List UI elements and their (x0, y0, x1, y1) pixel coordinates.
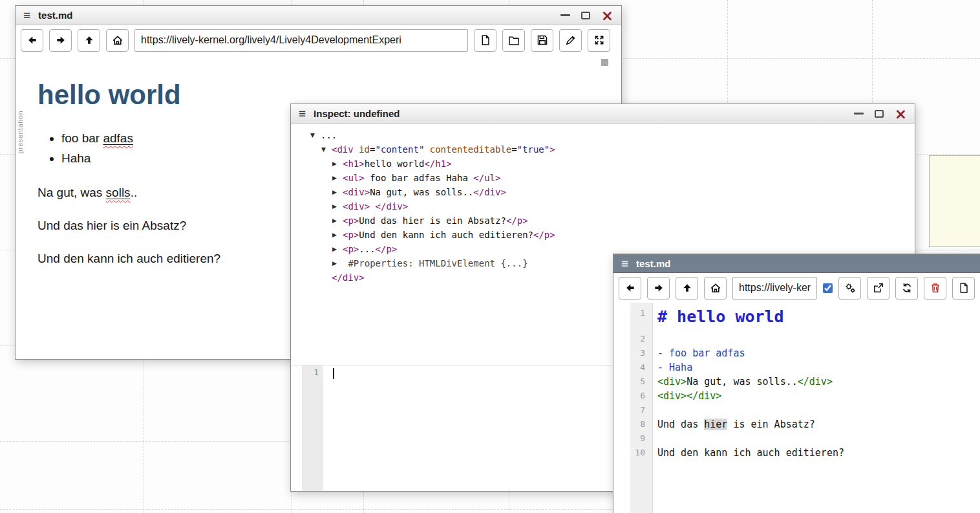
markdown-source-editor[interactable]: 1# hello world23- foo bar adfas4- Haha5<… (613, 303, 980, 513)
back-arrow-icon (27, 34, 38, 46)
menu-icon[interactable]: ≡ (23, 9, 30, 21)
token-plain: = (511, 144, 517, 155)
url-input[interactable] (134, 29, 468, 52)
disclosure-triangle-icon[interactable]: ▶ (332, 171, 343, 185)
home-button[interactable] (106, 29, 129, 52)
close-button[interactable]: × (895, 109, 907, 119)
line-content[interactable]: # hello world (653, 306, 784, 330)
token-tag: </div> (473, 187, 506, 197)
editor-line[interactable]: 8Und das hier is ein Absatz? (613, 417, 980, 431)
editor-line[interactable]: 2 (613, 332, 980, 346)
minimize-button[interactable] (560, 14, 570, 16)
expand-button[interactable] (588, 29, 610, 52)
settings-button[interactable] (838, 277, 861, 300)
tree-node[interactable]: ▼<div id="content" contenteditable="true… (310, 142, 908, 157)
token-attr: contenteditable (430, 144, 511, 155)
editor-line[interactable]: 1# hello world (613, 306, 980, 332)
disclosure-triangle-icon[interactable]: ▶ (332, 228, 343, 242)
disclosure-triangle-icon[interactable]: ▶ (332, 157, 343, 171)
token-tag: <div> (343, 201, 370, 212)
disclosure-triangle-icon[interactable]: ▶ (332, 256, 343, 270)
forward-button[interactable] (49, 29, 72, 52)
misspelled-word: solls (106, 186, 131, 199)
token-tag: </ul> (473, 173, 500, 183)
token-tag: <ul> (343, 173, 365, 183)
forward-arrow-icon (653, 282, 665, 294)
line-content[interactable]: <div>Na gut, was solls..</div> (653, 375, 833, 389)
tree-node[interactable]: ▼... (310, 128, 908, 142)
maximize-button[interactable] (875, 110, 884, 118)
line-content[interactable]: - Haha (653, 360, 692, 375)
presentation-label: presentation (16, 111, 24, 154)
up-button[interactable] (676, 277, 698, 300)
token-tag: </p> (506, 215, 528, 226)
back-button[interactable] (619, 277, 641, 300)
forward-button[interactable] (647, 277, 670, 300)
back-button[interactable] (21, 29, 43, 52)
gears-icon (844, 282, 856, 294)
page-icon (480, 34, 491, 46)
disclosure-triangle-icon[interactable]: ▶ (332, 242, 343, 256)
edit-button[interactable] (559, 29, 582, 52)
home-button[interactable] (704, 277, 727, 300)
desktop: ≡ test.md × presentation hello world fo (0, 0, 980, 513)
menu-icon[interactable]: ≡ (299, 107, 306, 120)
window-buttons: × (854, 109, 907, 119)
line-content[interactable]: Und das hier is ein Absatz? (653, 417, 815, 431)
token-plain: is ein Absatz? (727, 419, 815, 430)
refresh-button[interactable] (895, 277, 918, 300)
disclosure-triangle-icon[interactable]: ▼ (321, 142, 332, 157)
editor-line[interactable]: 5<div>Na gut, was solls..</div> (613, 375, 980, 389)
up-button[interactable] (78, 29, 100, 52)
forward-arrow-icon (55, 34, 67, 46)
close-button[interactable]: × (601, 10, 613, 21)
minimize-button[interactable] (854, 113, 864, 115)
tree-node[interactable]: ▶<p>Und das hier is ein Absatz?</p> (310, 213, 908, 228)
new-file-button[interactable] (474, 29, 496, 52)
new-file-button[interactable] (952, 277, 975, 300)
tree-node[interactable]: ▶<div> </div> (310, 199, 908, 213)
open-external-button[interactable] (867, 277, 889, 300)
disclosure-triangle-icon[interactable]: ▶ (332, 185, 343, 199)
token-tag: <p> (343, 215, 359, 226)
token-plain: Und das hier is ein Absatz? (359, 215, 506, 226)
token-tag: </h1> (424, 158, 451, 169)
titlebar[interactable]: ≡ Inspect: undefined × (291, 104, 915, 124)
editor-line[interactable]: 4- Haha (613, 360, 980, 375)
tree-node[interactable]: ▶<p>Und den kann ich auch editieren?</p> (310, 228, 908, 242)
tree-node[interactable]: ▶<h1>hello world</h1> (310, 157, 908, 171)
url-input[interactable] (732, 277, 817, 300)
token-h1: # hello world (657, 307, 784, 326)
token-val: "content" (375, 144, 424, 155)
token-plain: Na gut, was solls.. (687, 376, 798, 387)
maximize-button[interactable] (581, 12, 590, 19)
scroll-handle[interactable] (601, 59, 608, 66)
toolbar (16, 25, 621, 55)
editor-line[interactable]: 7 (613, 403, 980, 417)
line-content[interactable]: <div></div> (653, 389, 721, 403)
browse-folder-button[interactable] (502, 29, 525, 52)
token-plain: hello world (365, 158, 425, 169)
editor-line[interactable]: 9 (613, 431, 980, 446)
token-tag: <div> (657, 376, 687, 387)
up-arrow-icon (83, 34, 95, 46)
delete-button[interactable] (924, 277, 946, 300)
disclosure-triangle-icon[interactable]: ▼ (310, 128, 321, 142)
tree-node[interactable]: ▶<ul> foo bar adfas Haha </ul> (310, 171, 908, 185)
save-button[interactable] (531, 29, 553, 52)
titlebar[interactable]: ≡ test.md × (16, 6, 621, 25)
editor-line[interactable]: 3- foo bar adfas (613, 346, 980, 360)
editor-line[interactable]: 10Und den kann ich auch editieren? (613, 446, 980, 460)
line-number: 9 (613, 431, 653, 446)
disclosure-triangle-icon[interactable]: ▶ (332, 213, 343, 228)
line-content[interactable]: Und den kann ich auch editieren? (653, 446, 844, 460)
menu-icon[interactable]: ≡ (621, 257, 628, 270)
line-number: 5 (613, 375, 653, 389)
url-checkbox[interactable] (823, 283, 833, 293)
titlebar[interactable]: ≡ test.md (613, 254, 980, 273)
tree-node[interactable]: ▶<div>Na gut, was solls..</div> (310, 185, 908, 199)
disclosure-triangle-icon[interactable]: ▶ (332, 199, 343, 213)
editor-line[interactable]: 6<div></div> (613, 389, 980, 403)
line-content[interactable]: - foo bar adfas (653, 346, 745, 360)
token-plain: Und den kann ich auch editieren? (657, 447, 844, 459)
